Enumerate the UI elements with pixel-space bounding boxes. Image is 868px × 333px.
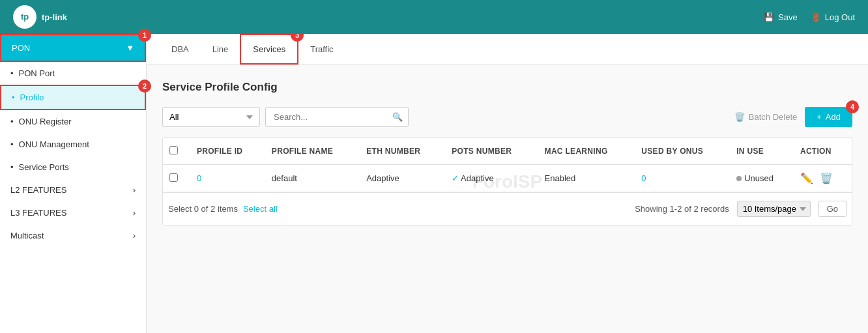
sidebar-item-label: ONU Register <box>19 117 72 126</box>
col-pots-number: POTS NUMBER <box>445 138 538 165</box>
table-header-row: PROFILE ID PROFILE NAME ETH NUMBER POTS … <box>163 138 852 165</box>
badge-4: 4 <box>846 100 859 113</box>
chevron-right-icon: › <box>133 231 136 240</box>
row-profile-id: 0 <box>190 165 265 192</box>
badge-2: 2 <box>138 80 151 93</box>
save-button[interactable]: 💾 Save <box>764 12 798 22</box>
data-table: PROFILE ID PROFILE NAME ETH NUMBER POTS … <box>163 138 852 192</box>
sidebar-section-label: L3 FEATURES <box>10 208 66 218</box>
row-mac-learning: Enabled <box>538 165 635 192</box>
chevron-right-icon: › <box>133 208 136 218</box>
row-in-use: Unused <box>730 165 794 192</box>
search-input[interactable] <box>271 108 392 126</box>
sidebar-item-label: Profile <box>20 93 44 102</box>
search-box: 🔍 <box>265 107 409 127</box>
layout: PON ▼ 1 • PON Port • Profile 2 • ONU Reg… <box>0 34 868 333</box>
header-actions: 💾 Save 🚪 Log Out <box>764 12 855 22</box>
checkmark-icon: ✓ <box>452 173 459 183</box>
dot-icon: • <box>10 68 14 78</box>
col-action: ACTION <box>794 138 852 165</box>
save-icon: 💾 <box>764 12 774 22</box>
col-profile-id: PROFILE ID <box>190 138 265 165</box>
footer-left: Select 0 of 2 items Select all <box>168 204 278 214</box>
tab-dba[interactable]: DBA <box>160 35 201 65</box>
sidebar-item-label: PON Port <box>19 68 55 78</box>
row-used-by-onus: 0 <box>635 165 730 192</box>
add-icon: + <box>817 112 822 122</box>
showing-records: Showing 1-2 of 2 records <box>635 204 729 214</box>
header: tp tp-link 💾 Save 🚪 Log Out <box>0 0 868 34</box>
main-content: DBA Line Services 3 Traffic Service Prof… <box>147 34 868 333</box>
col-mac-learning: MAC LEARNING <box>538 138 635 165</box>
sidebar-dropdown-label: PON <box>12 43 30 53</box>
sidebar-section-label: Multicast <box>10 231 44 240</box>
chevron-right-icon: › <box>133 185 136 195</box>
table-footer: Select 0 of 2 items Select all Showing 1… <box>163 192 852 225</box>
col-eth-number: ETH NUMBER <box>360 138 445 165</box>
sidebar-section-l3[interactable]: L3 FEATURES › <box>0 201 146 224</box>
toolbar: All 🔍 🗑️ Batch Delete + Add 4 <box>162 107 852 127</box>
page-title: Service Profile Config <box>162 81 852 94</box>
tab-services[interactable]: Services 3 <box>240 34 298 65</box>
select-count: Select 0 of 2 items <box>168 204 238 214</box>
tab-traffic[interactable]: Traffic <box>298 35 345 65</box>
svg-text:tp: tp <box>21 12 29 22</box>
sidebar-section-multicast[interactable]: Multicast › <box>0 224 146 247</box>
sidebar-item-profile[interactable]: • Profile 2 <box>0 85 146 110</box>
row-checkbox <box>163 165 190 192</box>
chevron-down-icon: ▼ <box>126 43 134 53</box>
row-eth-number: Adaptive <box>360 165 445 192</box>
content-area: Service Profile Config All 🔍 🗑️ Batch De <box>147 65 868 241</box>
badge-1: 1 <box>138 29 151 42</box>
tabs: DBA Line Services 3 Traffic <box>147 34 868 65</box>
search-icon: 🔍 <box>392 112 403 122</box>
col-profile-name: PROFILE NAME <box>265 138 360 165</box>
select-all-link[interactable]: Select all <box>243 204 278 214</box>
table-row: 0 default Adaptive ✓ Adaptive Enabled 0 <box>163 165 852 192</box>
per-page-select[interactable]: 10 Items/page 20 Items/page 50 Items/pag… <box>737 201 811 217</box>
checkbox-header <box>163 138 190 165</box>
row-pots-number: ✓ Adaptive <box>445 165 538 192</box>
profile-id-link[interactable]: 0 <box>197 173 201 183</box>
trash-icon: 🗑️ <box>734 112 745 122</box>
dot-icon: • <box>12 93 15 102</box>
sidebar-item-label: Service Ports <box>19 162 69 172</box>
sidebar: PON ▼ 1 • PON Port • Profile 2 • ONU Reg… <box>0 34 147 333</box>
sidebar-section-label: L2 FEATURES <box>10 185 66 195</box>
row-profile-name: default <box>265 165 360 192</box>
select-all-checkbox[interactable] <box>169 146 178 154</box>
sidebar-item-pon-port[interactable]: • PON Port <box>0 62 146 85</box>
action-buttons: ✏️ 🗑️ <box>800 172 845 184</box>
sidebar-item-onu-management[interactable]: • ONU Management <box>0 133 146 156</box>
sidebar-item-label: ONU Management <box>19 139 89 149</box>
status-dot-icon <box>736 176 742 181</box>
filter-dropdown[interactable]: All <box>162 107 260 127</box>
go-button[interactable]: Go <box>818 201 846 217</box>
row-action: ✏️ 🗑️ <box>794 165 852 192</box>
toolbar-right: 🗑️ Batch Delete + Add 4 <box>734 107 852 127</box>
logout-icon: 🚪 <box>811 12 821 22</box>
used-by-onus-link[interactable]: 0 <box>641 173 646 183</box>
logo-text: tp-link <box>42 12 67 22</box>
sidebar-item-service-ports[interactable]: • Service Ports <box>0 156 146 179</box>
col-in-use: IN USE <box>730 138 794 165</box>
dot-icon: • <box>10 139 14 149</box>
add-button[interactable]: + Add 4 <box>805 107 852 127</box>
col-used-by-onus: USED BY ONUS <box>635 138 730 165</box>
logo-icon: tp <box>13 5 36 29</box>
logout-button[interactable]: 🚪 Log Out <box>811 12 855 22</box>
toolbar-left: All 🔍 <box>162 107 409 127</box>
sidebar-item-onu-register[interactable]: • ONU Register <box>0 110 146 133</box>
logo: tp tp-link <box>13 5 67 29</box>
edit-icon[interactable]: ✏️ <box>800 172 813 184</box>
dot-icon: • <box>10 117 14 126</box>
row-select-checkbox[interactable] <box>169 173 178 182</box>
batch-delete-button[interactable]: 🗑️ Batch Delete <box>734 112 797 122</box>
table-wrapper: ForoISP PROFILE ID PROFILE NAME ETH NUMB… <box>162 138 852 225</box>
delete-icon[interactable]: 🗑️ <box>820 172 833 184</box>
tab-line[interactable]: Line <box>201 35 240 65</box>
footer-right: Showing 1-2 of 2 records 10 Items/page 2… <box>635 201 846 217</box>
sidebar-dropdown[interactable]: PON ▼ 1 <box>0 34 146 62</box>
sidebar-section-l2[interactable]: L2 FEATURES › <box>0 179 146 201</box>
dot-icon: • <box>10 162 14 172</box>
